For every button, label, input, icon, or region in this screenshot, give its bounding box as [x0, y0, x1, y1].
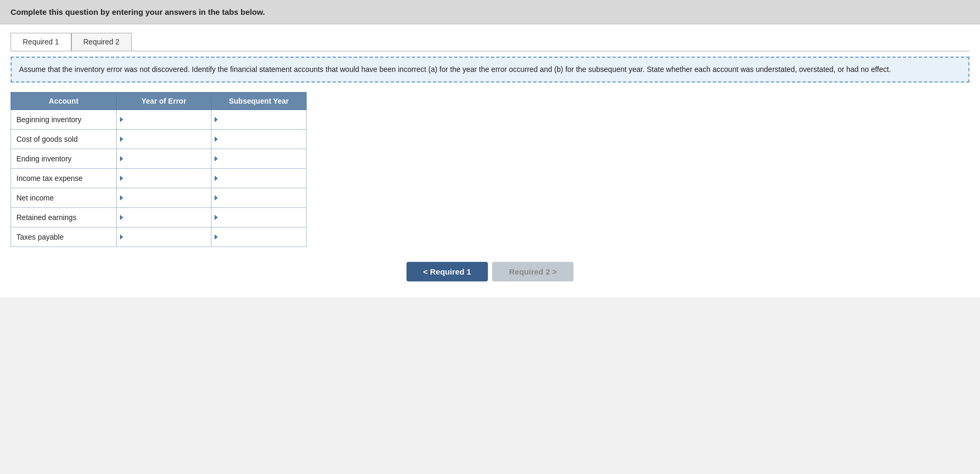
subsequent-year-cell[interactable] — [211, 208, 307, 227]
dropdown-arrow-icon — [215, 136, 218, 142]
main-content: Required 1 Required 2 Assume that the in… — [0, 24, 980, 297]
table-row: Net income — [11, 188, 307, 208]
dropdown-arrow-icon — [120, 117, 123, 122]
instruction-text: Assume that the inventory error was not … — [19, 65, 891, 74]
table-row: Income tax expense — [11, 169, 307, 188]
tab-required-2[interactable]: Required 2 — [71, 33, 132, 51]
table-row: Retained earnings — [11, 208, 307, 227]
dropdown-arrow-icon — [215, 156, 218, 161]
table-row: Beginning inventory — [11, 110, 307, 130]
dropdown-arrow-icon — [215, 234, 218, 240]
year-of-error-cell[interactable] — [116, 130, 211, 149]
prev-chevron: < — [423, 267, 430, 276]
prev-label: Required 1 — [430, 267, 471, 276]
subsequent-year-cell[interactable] — [211, 130, 307, 149]
year-of-error-cell[interactable] — [116, 169, 211, 188]
next-chevron: > — [550, 267, 557, 276]
tabs-row: Required 1 Required 2 — [11, 33, 969, 51]
instruction-box: Assume that the inventory error was not … — [11, 57, 969, 83]
account-cell: Retained earnings — [11, 208, 117, 227]
account-cell: Beginning inventory — [11, 110, 117, 130]
table-row: Taxes payable — [11, 227, 307, 247]
table-row: Ending inventory — [11, 149, 307, 169]
year-of-error-cell[interactable] — [116, 110, 211, 130]
account-cell: Cost of goods sold — [11, 130, 117, 149]
account-cell: Income tax expense — [11, 169, 117, 188]
accounts-table: Account Year of Error Subsequent Year Be… — [11, 92, 307, 247]
top-banner: Complete this question by entering your … — [0, 0, 980, 24]
subsequent-year-cell[interactable] — [211, 169, 307, 188]
account-cell: Ending inventory — [11, 149, 117, 169]
dropdown-arrow-icon — [215, 195, 218, 200]
year-of-error-cell[interactable] — [116, 227, 211, 247]
subsequent-year-cell[interactable] — [211, 188, 307, 208]
next-label: Required 2 — [509, 267, 550, 276]
col-header-subsequent-year: Subsequent Year — [211, 93, 307, 110]
dropdown-arrow-icon — [215, 117, 218, 122]
next-button[interactable]: Required 2 > — [492, 262, 574, 281]
banner-text: Complete this question by entering your … — [11, 7, 265, 16]
subsequent-year-cell[interactable] — [211, 110, 307, 130]
year-of-error-cell[interactable] — [116, 149, 211, 169]
dropdown-arrow-icon — [120, 156, 123, 161]
dropdown-arrow-icon — [120, 195, 123, 200]
account-cell: Net income — [11, 188, 117, 208]
year-of-error-cell[interactable] — [116, 208, 211, 227]
prev-button[interactable]: < Required 1 — [406, 262, 488, 281]
year-of-error-cell[interactable] — [116, 188, 211, 208]
tab-required-1[interactable]: Required 1 — [11, 33, 71, 51]
subsequent-year-cell[interactable] — [211, 149, 307, 169]
nav-buttons: < Required 1 Required 2 > — [11, 262, 969, 281]
tab-divider — [11, 51, 969, 51]
account-cell: Taxes payable — [11, 227, 117, 247]
dropdown-arrow-icon — [215, 176, 218, 181]
table-row: Cost of goods sold — [11, 130, 307, 149]
dropdown-arrow-icon — [120, 136, 123, 142]
dropdown-arrow-icon — [215, 215, 218, 220]
subsequent-year-cell[interactable] — [211, 227, 307, 247]
dropdown-arrow-icon — [120, 215, 123, 220]
dropdown-arrow-icon — [120, 234, 123, 240]
col-header-year-of-error: Year of Error — [116, 93, 211, 110]
col-header-account: Account — [11, 93, 117, 110]
dropdown-arrow-icon — [120, 176, 123, 181]
table-container: Account Year of Error Subsequent Year Be… — [11, 92, 969, 247]
